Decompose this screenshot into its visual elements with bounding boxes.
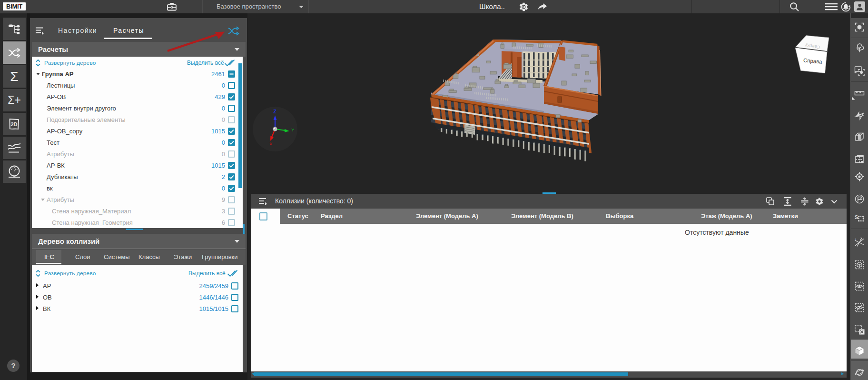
svg-text:S: S [855, 214, 858, 220]
svg-text:1: 1 [855, 238, 857, 241]
svg-text:Y: Y [291, 127, 295, 132]
svg-text:2D: 2D [11, 121, 18, 127]
svg-text:X: X [269, 141, 273, 146]
svg-text:Z: Z [274, 109, 276, 114]
svg-text:2: 2 [860, 237, 862, 240]
